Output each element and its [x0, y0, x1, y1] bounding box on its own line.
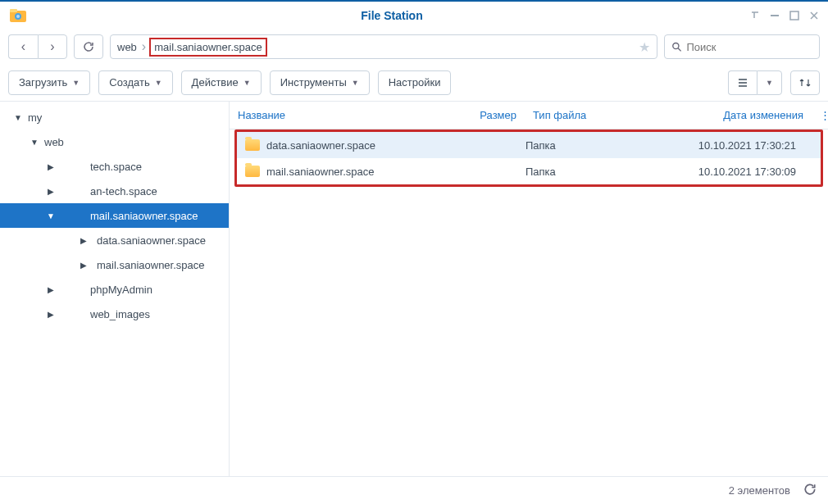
tree-item[interactable]: ▼mail.saniaowner.space: [0, 203, 229, 228]
sort-icon: [799, 77, 811, 89]
file-name: data.saniaowner.space: [266, 139, 375, 152]
column-options-icon[interactable]: ⋮: [812, 109, 828, 121]
item-count: 2 элементов: [729, 484, 790, 497]
svg-point-6: [673, 43, 679, 49]
window-controls: [749, 10, 820, 21]
collapse-icon[interactable]: ▼: [28, 138, 41, 147]
table-header: Название Размер Тип файла Дата изменения…: [230, 102, 828, 129]
tree-item[interactable]: ▶an-tech.space: [0, 179, 229, 203]
favorite-star-icon[interactable]: ★: [639, 39, 650, 55]
path-bar[interactable]: web mail.saniaowner.space ★: [110, 34, 657, 59]
tree-item[interactable]: ▶tech.space: [0, 154, 229, 179]
upload-button[interactable]: Загрузить▼: [8, 70, 90, 95]
svg-point-3: [16, 15, 20, 18]
svg-line-7: [678, 48, 681, 52]
expand-icon[interactable]: ▶: [77, 261, 90, 270]
search-icon: [671, 41, 682, 52]
expand-icon[interactable]: ▶: [44, 285, 57, 294]
maximize-button[interactable]: [789, 10, 800, 21]
tree-item-label: web: [41, 136, 64, 148]
file-type: Папка: [517, 139, 640, 152]
breadcrumb-separator-icon: [142, 40, 146, 53]
svg-rect-1: [10, 9, 17, 12]
tree-item-label: tech.space: [57, 161, 142, 173]
sort-button[interactable]: [790, 70, 820, 95]
file-date: 10.10.2021 17:30:21: [640, 139, 804, 152]
tree-item[interactable]: ▶phpMyAdmin: [0, 277, 229, 302]
reload-button[interactable]: [74, 34, 103, 59]
column-size[interactable]: Размер: [451, 109, 525, 121]
action-button[interactable]: Действие▼: [181, 70, 262, 95]
tree-item-label: mail.saniaowner.space: [90, 259, 205, 271]
column-type[interactable]: Тип файла: [525, 109, 648, 121]
create-button[interactable]: Создать▼: [98, 70, 172, 95]
tools-button[interactable]: Инструменты▼: [270, 70, 370, 95]
back-button[interactable]: [8, 34, 38, 59]
minimize-button[interactable]: [769, 10, 780, 21]
file-list-panel: Название Размер Тип файла Дата изменения…: [230, 102, 828, 476]
chevron-down-icon: ▼: [243, 79, 251, 87]
tree-item-label: my: [25, 111, 42, 124]
pin-icon[interactable]: [749, 10, 761, 21]
search-box[interactable]: [664, 34, 820, 59]
tree-item-label: mail.saniaowner.space: [57, 210, 198, 222]
tree-item[interactable]: ▼my: [0, 105, 229, 129]
file-name: mail.saniaowner.space: [266, 166, 375, 178]
app-icon: [8, 6, 28, 25]
collapse-icon[interactable]: ▼: [11, 113, 25, 122]
tree-item-label: web_images: [57, 308, 150, 320]
tree-item-label: an-tech.space: [57, 185, 157, 198]
folder-icon: [245, 166, 260, 177]
svg-rect-5: [790, 11, 798, 20]
tree-item-label: data.saniaowner.space: [90, 234, 206, 247]
collapse-icon[interactable]: ▼: [44, 211, 57, 220]
expand-icon[interactable]: ▶: [77, 236, 90, 245]
expand-icon[interactable]: ▶: [44, 310, 57, 319]
status-bar: 2 элементов: [0, 476, 828, 504]
chevron-down-icon: ▼: [766, 79, 773, 87]
navbar: web mail.saniaowner.space ★: [0, 30, 828, 64]
chevron-down-icon: ▼: [352, 79, 359, 87]
search-input[interactable]: [687, 41, 813, 53]
tree-item[interactable]: ▶mail.saniaowner.space: [0, 252, 229, 277]
view-dropdown-button[interactable]: ▼: [757, 70, 782, 95]
toolbar: Загрузить▼ Создать▼ Действие▼ Инструмент…: [0, 64, 828, 102]
window-title: File Station: [34, 9, 749, 22]
table-row[interactable]: data.saniaowner.spaceПапка10.10.2021 17:…: [237, 132, 821, 158]
chevron-down-icon: ▼: [155, 79, 162, 87]
tree-item-label: phpMyAdmin: [57, 284, 152, 296]
breadcrumb-segment[interactable]: mail.saniaowner.space: [149, 38, 267, 57]
file-type: Папка: [517, 166, 640, 178]
column-date[interactable]: Дата изменения: [648, 109, 812, 121]
table-body: data.saniaowner.spaceПапка10.10.2021 17:…: [230, 129, 828, 476]
tree-item[interactable]: ▶data.saniaowner.space: [0, 228, 229, 252]
settings-button[interactable]: Настройки: [378, 70, 452, 95]
window-titlebar: File Station: [0, 0, 828, 30]
file-date: 10.10.2021 17:30:09: [640, 166, 804, 178]
column-name[interactable]: Название: [230, 109, 451, 121]
folder-tree: ▼my▼web▶tech.space▶an-tech.space▼mail.sa…: [0, 102, 230, 476]
chevron-down-icon: ▼: [72, 79, 80, 87]
breadcrumb-segment[interactable]: web: [117, 41, 137, 53]
forward-button[interactable]: [38, 34, 67, 59]
folder-icon: [245, 139, 260, 151]
refresh-button[interactable]: [803, 483, 817, 499]
expand-icon[interactable]: ▶: [44, 187, 57, 196]
list-icon: [737, 77, 748, 89]
list-view-button[interactable]: [728, 70, 757, 95]
tree-item[interactable]: ▼web: [0, 129, 229, 154]
table-row[interactable]: mail.saniaowner.spaceПапка10.10.2021 17:…: [237, 158, 821, 184]
close-button[interactable]: [808, 10, 820, 21]
tree-item[interactable]: ▶web_images: [0, 302, 229, 326]
expand-icon[interactable]: ▶: [44, 162, 57, 171]
